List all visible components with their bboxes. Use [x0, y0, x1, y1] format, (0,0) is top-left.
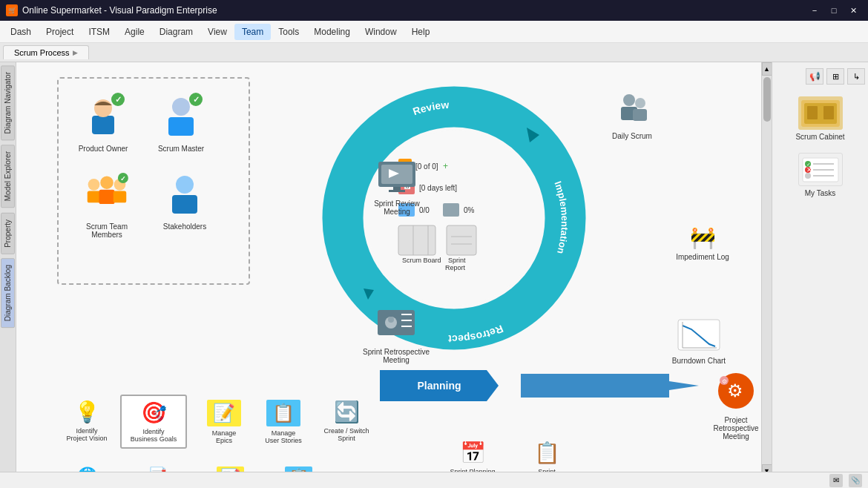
svg-text:Sprint: Sprint [448, 257, 466, 264]
identify-project-vision[interactable]: 💡 IdentifyProject Vision [57, 400, 116, 442]
scrum-cabinet-icon [798, 96, 843, 130]
daily-scrum-label: Daily Scrum [612, 132, 652, 140]
window-title: Online Supermarket - Visual Paradigm Ent… [22, 5, 801, 16]
toolbar-icon-3[interactable]: ↳ [847, 68, 865, 85]
svg-point-80 [805, 173, 811, 179]
impediment-log-item[interactable]: 🚧 Impediment Log [669, 225, 736, 261]
minimize-button[interactable]: − [806, 3, 823, 18]
svg-rect-13 [114, 191, 127, 202]
left-sidebar: Diagram Navigator Model Explorer Propert… [0, 62, 16, 488]
menu-dash[interactable]: Dash [3, 24, 39, 40]
tab-bar: Scrum Process ▶ [0, 43, 868, 62]
menu-diagram[interactable]: Diagram [152, 24, 200, 40]
my-tasks-item[interactable]: ✓ ✕ My Tasks [775, 150, 865, 200]
menu-help[interactable]: Help [404, 24, 438, 40]
svg-text:✕: ✕ [806, 166, 812, 174]
svg-rect-55 [389, 190, 405, 192]
project-retro-item[interactable]: ⚙ ⚙ Project RetrospectiveMeeting [703, 370, 769, 441]
daily-scrum-icon [610, 88, 654, 129]
title-bar: 🛒 Online Supermarket - Visual Paradigm E… [0, 0, 868, 21]
my-tasks-icon: ✓ ✕ [798, 153, 843, 186]
menu-view[interactable]: View [200, 24, 234, 40]
svg-rect-40 [447, 225, 476, 255]
create-switch-sprint-label: Create / SwitchSprint [323, 427, 369, 442]
scrum-cycle-svg: Review Implementation Retrospect [283, 77, 654, 389]
project-retro-icon: ⚙ ⚙ [714, 370, 758, 413]
canvas-area: ✓ Product Owner ✓ [16, 62, 772, 488]
svg-text:0%: 0% [464, 206, 475, 214]
svg-point-45 [623, 94, 635, 106]
svg-text:✓: ✓ [115, 95, 122, 104]
stakeholders-label: Stakeholders [163, 222, 206, 231]
maximize-button[interactable]: □ [825, 3, 843, 18]
sprint-retro-item[interactable]: Sprint RetrospectiveMeeting [359, 307, 433, 364]
planning-button[interactable]: Planning [380, 370, 499, 401]
planning-label: Planning [417, 380, 461, 392]
svg-text:+: + [443, 161, 448, 171]
sprint-review-item[interactable]: Sprint ReviewMeeting [364, 159, 430, 216]
team-box: ✓ Product Owner ✓ [57, 77, 250, 285]
settings-status-icon[interactable]: 📎 [849, 474, 862, 487]
svg-rect-70 [807, 106, 818, 119]
team-member-product-owner[interactable]: ✓ Product Owner [70, 90, 137, 153]
planning-right-arrow [521, 370, 706, 403]
identify-project-vision-label: IdentifyProject Vision [67, 427, 108, 442]
product-owner-label: Product Owner [79, 145, 128, 153]
scrum-inner: ✓ Product Owner ✓ [16, 62, 766, 485]
menu-project[interactable]: Project [39, 24, 81, 40]
svg-point-4 [172, 98, 190, 116]
sidebar-tab-property[interactable]: Property [1, 213, 15, 254]
my-tasks-label: My Tasks [805, 189, 836, 197]
toolbar-icon-1[interactable]: 📢 [806, 68, 823, 85]
svg-point-16 [176, 176, 194, 194]
scroll-up-arrow[interactable]: ▲ [762, 62, 772, 76]
manage-user-stories-label: ManageUser Stories [265, 429, 302, 444]
manage-epics[interactable]: 📝 ManageEpics [194, 400, 254, 444]
menu-window[interactable]: Window [358, 24, 404, 40]
team-member-stakeholders[interactable]: Stakeholders [151, 168, 218, 231]
svg-rect-48 [633, 109, 647, 121]
vertical-scrollbar: ▲ ▼ [761, 62, 772, 478]
stakeholders-icon [159, 168, 211, 220]
sidebar-tab-diagram-backlog[interactable]: Diagram Backlog [1, 258, 15, 328]
svg-text:Scrum Board: Scrum Board [402, 257, 441, 264]
manage-user-stories[interactable]: 📋 ManageUser Stories [254, 400, 313, 444]
right-panel: 📢 ⊞ ↳ Scrum Cabinet [772, 62, 868, 488]
menu-agile[interactable]: Agile [117, 24, 152, 40]
svg-point-8 [88, 178, 100, 190]
sprint-retro-icon [375, 307, 418, 345]
burndown-chart-item[interactable]: Burndown Chart [665, 318, 732, 365]
svg-text:⚙: ⚙ [727, 380, 743, 400]
scrum-team-icon: ✓ [81, 168, 133, 220]
menu-tools[interactable]: Tools [271, 24, 306, 40]
identify-business-goals[interactable]: 🎯 IdentifyBusiness Goals [120, 395, 187, 449]
toolbar-icon-2[interactable]: ⊞ [826, 68, 844, 85]
menu-modeling[interactable]: Modeling [306, 24, 358, 40]
burndown-chart-icon [677, 318, 721, 354]
tab-scrum-process[interactable]: Scrum Process ▶ [3, 45, 89, 59]
app-icon: 🛒 [6, 4, 18, 16]
svg-rect-36 [398, 225, 435, 255]
project-retro-label: Project RetrospectiveMeeting [703, 416, 769, 441]
sidebar-tab-diagram-navigator[interactable]: Diagram Navigator [1, 65, 15, 140]
email-status-icon[interactable]: ✉ [829, 474, 843, 487]
create-switch-sprint[interactable]: 🔄 Create / SwitchSprint [317, 400, 376, 442]
svg-rect-5 [168, 117, 194, 136]
svg-rect-9 [88, 191, 101, 202]
menu-itsm[interactable]: ITSM [81, 24, 117, 40]
menu-team[interactable]: Team [234, 24, 271, 40]
team-member-scrum-master[interactable]: ✓ Scrum Master [148, 90, 214, 153]
svg-rect-17 [172, 195, 197, 214]
scrum-cabinet-label: Scrum Cabinet [795, 133, 844, 141]
scrum-cabinet-item[interactable]: Scrum Cabinet [775, 93, 865, 144]
team-member-scrum-team[interactable]: ✓ Scrum Team Members [70, 168, 144, 239]
tab-label: Scrum Process [14, 48, 70, 57]
svg-rect-71 [823, 106, 834, 119]
scrum-canvas[interactable]: ✓ Product Owner ✓ [16, 62, 772, 488]
vertical-scrollbar-thumb[interactable] [763, 77, 771, 122]
svg-rect-0 [92, 116, 114, 134]
close-button[interactable]: ✕ [844, 3, 862, 18]
daily-scrum-item[interactable]: Daily Scrum [602, 88, 662, 140]
menu-bar: Dash Project ITSM Agile Diagram View Tea… [0, 21, 868, 43]
sidebar-tab-model-explorer[interactable]: Model Explorer [1, 145, 15, 208]
